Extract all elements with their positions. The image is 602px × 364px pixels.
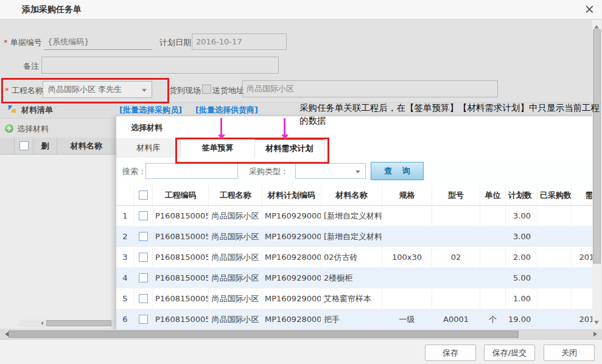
close-icon[interactable]: × [584, 1, 595, 17]
select-material-dialog: 选择材料 材料库 签单预算 材料需求计划 搜索 : 采购类型 : 查 询 工程编… [116, 116, 593, 330]
column-header: 材料名称 [321, 186, 382, 205]
material-panel-toolbar: + 选择材料 [0, 119, 116, 138]
table-cell: 2楼橱柜 [321, 268, 382, 288]
table-cell: P1608150005 [153, 289, 209, 309]
address-label: 送货地址 [212, 85, 244, 96]
table-cell: P1608150005 [153, 226, 209, 247]
query-button[interactable]: 查 询 [371, 162, 424, 180]
scroll-right-icon[interactable] [593, 332, 600, 337]
scroll-left-icon[interactable] [2, 332, 9, 337]
material-list-icon [7, 105, 17, 113]
dialog-title: 添加采购任务单 [22, 4, 82, 15]
table-cell: P1608150005 [153, 206, 209, 226]
table-cell: 尚品国际小区 [209, 309, 262, 329]
horizontal-scrollbar[interactable] [0, 329, 602, 339]
vertical-scrollbar[interactable] [592, 20, 601, 329]
row-checkbox-cell [135, 247, 153, 267]
table-cell: [新增自定义材料] [321, 226, 382, 247]
arrival-checkbox[interactable] [202, 85, 211, 94]
table-cell: 02仿古砖 [321, 247, 382, 267]
search-label: 搜索 : [122, 166, 144, 177]
row-checkbox[interactable] [139, 273, 148, 282]
table-cell [432, 226, 480, 247]
row-checkbox[interactable] [139, 294, 148, 303]
column-header: 材料计划编码 [262, 186, 321, 205]
row-number: 3 [116, 247, 135, 267]
save-submit-button[interactable]: 保存/提交 [484, 345, 535, 361]
table-cell [480, 247, 506, 267]
column-header: 工程名称 [209, 186, 262, 205]
table-cell: 2016-0 [572, 309, 593, 329]
select-material-button[interactable]: 选择材料 [17, 124, 49, 135]
save-button[interactable]: 保存 [425, 345, 476, 361]
row-number: 6 [116, 309, 135, 329]
table-row: 5P1608150005尚品国际小区MP160929000艾格窗帘样本1.00 [116, 289, 593, 309]
table-cell [537, 268, 572, 288]
table-cell: 1.00 [506, 289, 537, 309]
remark-input[interactable] [41, 57, 279, 74]
add-purchase-task-dialog: 添加采购任务单 × * 单据编号 计划日期 备注 * 工程名称 尚品国际小区 李… [0, 0, 602, 364]
pink-arrow-icon [220, 118, 222, 135]
table-cell: 一级 [382, 309, 432, 329]
tab-material-demand-plan[interactable]: 材料需求计划 [255, 138, 324, 158]
scrollbar-thumb[interactable] [593, 29, 601, 264]
table-cell: 个 [480, 309, 506, 329]
dialog-titlebar: 添加采购任务单 × [0, 0, 602, 19]
doc-no-input[interactable] [44, 34, 152, 50]
purchase-type-label: 采购类型 : [249, 166, 286, 177]
table-cell [480, 206, 506, 226]
table-cell [537, 226, 572, 247]
table-cell: 2.00 [506, 247, 537, 267]
table-cell: A0001 [432, 309, 480, 329]
table-cell: P1608150005 [153, 309, 209, 329]
table-cell [537, 247, 572, 267]
table-cell [537, 206, 572, 226]
scroll-down-icon[interactable] [594, 321, 599, 327]
select-all-checkbox[interactable] [19, 141, 29, 150]
material-name-column-header: 材料名称 [57, 138, 116, 154]
select-all-checkbox[interactable] [139, 191, 148, 200]
required-asterisk: * [5, 86, 12, 95]
row-checkbox[interactable] [139, 253, 148, 262]
picker-search-row: 搜索 : 采购类型 : 查 询 [116, 158, 593, 186]
row-number: 5 [116, 289, 135, 309]
column-header: 单位 [480, 186, 506, 205]
batch-select-supplier-link[interactable]: [批量选择供货商] [195, 105, 258, 116]
scrollbar-thumb[interactable] [46, 320, 111, 326]
table-cell [382, 206, 432, 226]
table-cell [537, 289, 572, 309]
column-header: 计划数 [506, 186, 537, 205]
select-all-column [135, 186, 153, 205]
table-row: 6P1608150005尚品国际小区MP160928000把手一级A0001个1… [116, 309, 593, 330]
picker-table: 工程编码工程名称材料计划编码材料名称规格型号单位计划数已采购数需用 1P1608… [116, 186, 593, 330]
close-button[interactable]: 关闭 [544, 345, 595, 361]
picker-title: 选择材料 [131, 122, 163, 133]
add-circle-icon[interactable]: + [5, 124, 13, 133]
table-cell [572, 226, 593, 247]
row-checkbox[interactable] [139, 232, 148, 241]
row-checkbox[interactable] [139, 211, 148, 220]
table-cell [572, 206, 593, 226]
search-input[interactable] [145, 163, 238, 179]
plan-date-input[interactable] [192, 33, 287, 50]
table-cell [537, 309, 572, 329]
tab-material-library[interactable]: 材料库 [116, 138, 181, 158]
pink-arrow-icon [284, 118, 285, 135]
scrollbar-thumb[interactable] [9, 331, 519, 338]
project-name-dropdown[interactable]: 尚品国际小区 李先生 [43, 81, 152, 98]
table-cell: MP160929000 [262, 268, 321, 288]
table-cell [572, 289, 593, 309]
chevron-down-icon [355, 170, 360, 176]
purchase-type-dropdown[interactable] [295, 163, 366, 179]
table-cell [432, 289, 480, 309]
table-cell: 尚品国际小区 [209, 268, 262, 288]
panel-horizontal-scrollbar[interactable] [18, 320, 116, 327]
scroll-left-icon[interactable] [39, 321, 43, 325]
batch-select-buyer-link[interactable]: [批量选择采购员] [119, 105, 182, 116]
scroll-up-icon[interactable] [594, 23, 599, 29]
row-checkbox[interactable] [139, 315, 148, 324]
table-cell: MP160928000 [262, 247, 321, 267]
table-cell: 2016-0 [572, 247, 593, 267]
address-input[interactable] [242, 80, 498, 97]
picker-tabs: 材料库 签单预算 材料需求计划 [116, 138, 593, 159]
